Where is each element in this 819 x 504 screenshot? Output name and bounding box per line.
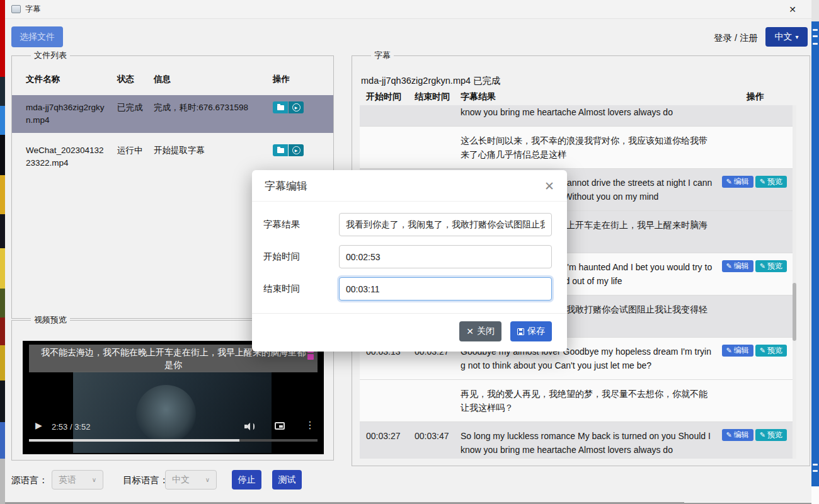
- preview-label: 预览: [767, 176, 782, 187]
- edit-button[interactable]: ✎编辑: [722, 176, 753, 188]
- source-language-select[interactable]: 英语 ∨: [52, 470, 103, 490]
- background-text-fragment: [813, 470, 818, 472]
- subtitle-text: So long my luckless romance My back is t…: [461, 429, 718, 457]
- end-time: [415, 387, 461, 415]
- picture-in-picture-icon[interactable]: [275, 422, 285, 430]
- start-time-label: 开始时间: [263, 251, 339, 263]
- edit-label: 编辑: [734, 176, 749, 187]
- close-icon: ✕: [466, 326, 474, 336]
- video-menu-icon[interactable]: ⋮: [305, 419, 315, 431]
- col-file-name: 文件名称: [26, 74, 117, 85]
- language-menu-label: 中文: [774, 32, 792, 43]
- end-time-label: 结束时间: [263, 283, 339, 295]
- dialog-close-icon[interactable]: ✕: [544, 180, 554, 192]
- video-time: 2:53 / 3:52: [52, 422, 90, 432]
- subtitle-table-header: 开始时间 结束时间 字幕结果 操作: [360, 91, 793, 103]
- col-ops: 操作: [273, 74, 333, 85]
- form-row: 结束时间: [263, 277, 552, 301]
- folder-icon: [277, 148, 284, 153]
- row-actions: [718, 134, 793, 161]
- edit-icon: ✎: [726, 346, 732, 355]
- play-file-button[interactable]: ▶: [289, 101, 304, 113]
- wallpaper-segment: [0, 318, 5, 345]
- start-time: [366, 134, 415, 161]
- background-window-fragment: [811, 0, 819, 21]
- edit-label: 编辑: [734, 430, 749, 440]
- preview-label: 预览: [767, 345, 782, 356]
- stop-button[interactable]: 停止: [232, 470, 261, 490]
- edit-button[interactable]: ✎编辑: [722, 429, 753, 441]
- subtitle-row: 再见，我的爱人再见，我绝望的梦，我尽量不去想你，你就不能让我这样吗？: [360, 380, 793, 422]
- preview-button[interactable]: ✎预览: [755, 345, 787, 357]
- background-text-fragment: [813, 35, 818, 37]
- video-seek-played: [29, 439, 239, 442]
- scrollbar-thumb[interactable]: [793, 283, 796, 341]
- preview-button[interactable]: ✎预览: [755, 260, 787, 272]
- row-actions: ✎编辑 ✎预览: [718, 176, 793, 203]
- background-text-fragment: [813, 464, 818, 466]
- source-language-label: 源语言：: [11, 474, 48, 486]
- scrollbar[interactable]: [793, 105, 796, 459]
- edit-icon: ✎: [726, 431, 732, 439]
- subtitle-row: So long my luckless romance My back is t…: [360, 105, 793, 127]
- subtitles-file-status: mda-jj7qh36zig2rgkyn.mp4 已完成: [361, 75, 501, 87]
- subtitle-text: So long my luckless romance My back is t…: [461, 105, 718, 119]
- preview-label: 预览: [767, 261, 782, 272]
- volume-icon[interactable]: [244, 421, 256, 432]
- dialog-save-button[interactable]: 保存: [510, 321, 552, 341]
- file-list-legend: 文件列表: [31, 50, 70, 60]
- video-seek-bar[interactable]: [29, 439, 318, 442]
- dialog-close-button[interactable]: ✕ 关闭: [459, 321, 501, 341]
- col-ops: 操作: [718, 91, 793, 103]
- source-language-value: 英语: [59, 474, 76, 486]
- row-actions: ✎编辑 ✎预览: [718, 260, 793, 288]
- subtitles-legend: 字幕: [371, 50, 394, 60]
- dialog-footer: ✕ 关闭 保存: [252, 313, 567, 352]
- col-info: 信息: [154, 74, 273, 85]
- file-info: 开始提取字幕: [154, 144, 273, 169]
- file-info: 完成，耗时:676.6731598: [154, 101, 273, 127]
- play-file-button[interactable]: ▶: [289, 144, 304, 156]
- wallpaper-segment: [0, 106, 5, 135]
- window-close-icon[interactable]: ✕: [780, 1, 805, 18]
- play-circle-icon: ▶: [292, 103, 301, 112]
- open-folder-button[interactable]: [273, 144, 288, 156]
- chevron-down-icon: ∨: [92, 476, 96, 483]
- subtitle-result-input[interactable]: [339, 213, 552, 236]
- preview-icon: ✎: [760, 178, 765, 186]
- select-file-button[interactable]: 选择文件: [11, 26, 63, 47]
- edit-button[interactable]: ✎编辑: [722, 260, 753, 272]
- subtitle-row: 00:03:27 00:03:47 So long my luckless ro…: [360, 422, 793, 459]
- close-button-label: 关闭: [477, 326, 495, 337]
- start-time-input[interactable]: [339, 245, 552, 268]
- start-time: 00:03:27: [366, 429, 415, 457]
- end-time: [415, 134, 461, 161]
- end-time: [415, 105, 461, 119]
- language-menu-button[interactable]: 中文 ▾: [765, 27, 808, 47]
- target-language-select[interactable]: 中文 ∨: [165, 470, 217, 490]
- form-row: 开始时间: [263, 245, 552, 268]
- start-time: [366, 105, 415, 119]
- edit-button[interactable]: ✎编辑: [722, 345, 753, 357]
- preview-button[interactable]: ✎预览: [755, 429, 787, 441]
- subtitle-text: 再见，我的爱人再见，我绝望的梦，我尽量不去想你，你就不能让我这样吗？: [461, 387, 718, 415]
- caret-down-icon: ▾: [795, 33, 798, 40]
- wallpaper-segment: [0, 175, 5, 214]
- video-play-icon[interactable]: ▶: [35, 420, 42, 430]
- test-button[interactable]: 测试: [272, 470, 302, 490]
- file-row-actions: ▶: [273, 101, 333, 127]
- edit-label: 编辑: [734, 261, 749, 272]
- dialog-header: 字幕编辑 ✕: [252, 170, 567, 202]
- open-folder-button[interactable]: [273, 101, 288, 113]
- preview-button[interactable]: ✎预览: [755, 176, 787, 188]
- wallpaper-segment: [0, 381, 5, 422]
- video-player[interactable]: 我不能去海边，我不能在晚上开车走在街上，我早上醒来的脑海里都是你 ▶ 2:53 …: [23, 341, 324, 454]
- file-row-selected[interactable]: mda-jj7qh36zig2rgkyn.mp4 已完成 完成，耗时:676.6…: [12, 95, 333, 133]
- subtitle-result-label: 字幕结果: [263, 219, 339, 231]
- login-register-link[interactable]: 登录 / 注册: [714, 32, 758, 44]
- row-actions: ✎编辑 ✎预览: [718, 105, 793, 119]
- end-time-input[interactable]: [339, 277, 552, 301]
- file-status: 已完成: [117, 101, 154, 127]
- file-status: 运行中: [117, 144, 154, 169]
- file-row-actions: ▶: [273, 144, 333, 169]
